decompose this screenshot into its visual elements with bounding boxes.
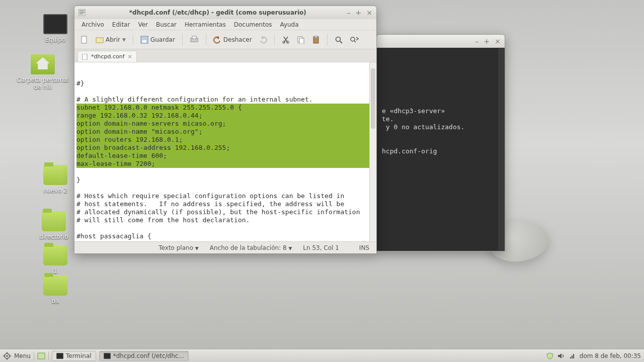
- editor-scrollbar[interactable]: [369, 62, 376, 241]
- svg-rect-27: [38, 353, 45, 359]
- terminal-titlebar[interactable]: – + ×: [377, 35, 505, 48]
- gear-icon[interactable]: [3, 352, 11, 360]
- desktop-icon-directorio[interactable]: directorio: [26, 211, 82, 240]
- desktop-icon-label: Carpeta personal de hill: [15, 76, 70, 91]
- svg-rect-31: [572, 355, 573, 358]
- show-desktop-button[interactable]: [37, 352, 45, 359]
- gedit-statusbar: Texto plano ▼ Ancho de la tabulación: 8 …: [74, 241, 376, 253]
- house-icon: [31, 54, 55, 74]
- paste-button[interactable]: [309, 34, 323, 46]
- svg-rect-2: [79, 12, 85, 13]
- menu-buscar[interactable]: Buscar: [153, 20, 180, 29]
- gedit-menubar[interactable]: ArchivoEditarVerBuscarHerramientasDocume…: [74, 19, 376, 30]
- desktop-icon-label: 1: [28, 267, 83, 275]
- menu-ver[interactable]: Ver: [135, 20, 151, 29]
- menu-documentos[interactable]: Documentos: [231, 20, 275, 29]
- svg-line-17: [340, 41, 342, 43]
- terminal-scrollbar[interactable]: [498, 48, 504, 250]
- document-icon: [82, 54, 88, 60]
- gedit-tab[interactable]: *dhcpd.conf ×: [77, 51, 137, 62]
- shield-icon[interactable]: [546, 352, 553, 359]
- svg-rect-30: [570, 357, 571, 358]
- svg-rect-28: [56, 353, 63, 359]
- desktop-icon-ba[interactable]: ba: [28, 276, 83, 305]
- gedit-toolbar: Abrir▼ Guardar Deshacer: [74, 30, 376, 49]
- terminal-window[interactable]: – + × e «dhcp3-server» te. y 0 no actual…: [376, 34, 505, 251]
- svg-rect-9: [192, 36, 196, 39]
- taskbar-item[interactable]: *dhcpd.conf (/etc/dhc...: [99, 351, 189, 361]
- taskbar-item[interactable]: Terminal: [52, 351, 96, 361]
- tabwidth-selector[interactable]: Ancho de la tabulación: 8 ▼: [210, 244, 292, 251]
- chevron-down-icon: ▼: [195, 246, 199, 251]
- network-icon[interactable]: [569, 352, 576, 359]
- gedit-window[interactable]: *dhcpd.conf (/etc/dhcp) - gedit (como su…: [74, 6, 377, 254]
- svg-rect-15: [314, 36, 317, 38]
- monitor-icon: [43, 14, 67, 34]
- desktop-icon-label: directorio: [26, 233, 82, 240]
- gedit-editor[interactable]: #} # A slightly different configuration …: [74, 62, 376, 241]
- svg-point-18: [351, 37, 355, 41]
- cursor-position: Ln 53, Col 1: [303, 244, 339, 251]
- svg-rect-1: [79, 11, 85, 11]
- volume-icon[interactable]: [557, 352, 565, 359]
- menu-ayuda[interactable]: Ayuda: [277, 20, 301, 29]
- gedit-title: *dhcpd.conf (/etc/dhcp) - gedit (como su…: [89, 9, 347, 16]
- window-icon: [104, 353, 111, 359]
- tab-close-icon[interactable]: ×: [128, 53, 132, 60]
- svg-rect-3: [79, 14, 83, 14]
- desktop-icon-label: ba: [28, 298, 83, 305]
- folder-icon: [43, 276, 67, 296]
- undo-button[interactable]: Deshacer: [210, 34, 255, 46]
- system-tray: dom 8 de feb, 00:35: [546, 352, 641, 359]
- minimize-button[interactable]: –: [475, 37, 479, 45]
- new-file-button[interactable]: [77, 34, 92, 46]
- gedit-titlebar[interactable]: *dhcpd.conf (/etc/dhcp) - gedit (como su…: [74, 6, 376, 19]
- scrollbar-thumb[interactable]: [371, 68, 375, 129]
- terminal-body[interactable]: e «dhcp3-server» te. y 0 no actualizados…: [377, 48, 505, 251]
- desktop-icon-carpeta-personal-de-hill[interactable]: Carpeta personal de hill: [15, 54, 70, 91]
- svg-rect-5: [96, 38, 103, 43]
- menu-archivo[interactable]: Archivo: [78, 20, 107, 29]
- taskbar: Menu Terminal*dhcpd.conf (/etc/dhc... do…: [0, 349, 644, 362]
- svg-point-22: [6, 355, 8, 357]
- redo-button[interactable]: [256, 34, 270, 46]
- folder-icon: [43, 165, 67, 185]
- search-replace-button[interactable]: [347, 34, 362, 46]
- gedit-tabstrip: *dhcpd.conf ×: [74, 49, 376, 62]
- clock[interactable]: dom 8 de feb, 00:35: [580, 352, 641, 359]
- menu-button[interactable]: Menu: [14, 352, 31, 359]
- save-button[interactable]: Guardar: [137, 34, 178, 46]
- open-button[interactable]: Abrir▼: [93, 34, 129, 46]
- insert-mode: INS: [359, 244, 369, 251]
- svg-rect-32: [573, 354, 574, 358]
- svg-point-16: [336, 37, 340, 41]
- svg-rect-13: [299, 38, 304, 44]
- maximize-button[interactable]: +: [356, 9, 362, 17]
- close-button[interactable]: ×: [495, 37, 501, 45]
- window-icon: [56, 353, 63, 359]
- folder-icon: [43, 245, 67, 265]
- minimize-button[interactable]: –: [347, 9, 351, 17]
- svg-rect-20: [83, 54, 87, 60]
- search-button[interactable]: [332, 34, 346, 46]
- print-button[interactable]: [187, 34, 202, 46]
- menu-herramientas[interactable]: Herramientas: [182, 20, 229, 29]
- tab-label: *dhcpd.conf: [91, 53, 125, 60]
- copy-button[interactable]: [294, 34, 308, 46]
- folder-icon: [42, 211, 66, 231]
- syntax-selector[interactable]: Texto plano ▼: [158, 244, 198, 251]
- svg-rect-7: [142, 40, 146, 43]
- chevron-down-icon: ▼: [288, 246, 292, 251]
- close-button[interactable]: ×: [366, 9, 372, 17]
- svg-line-19: [354, 41, 356, 42]
- menu-editar[interactable]: Editar: [109, 20, 133, 29]
- gedit-app-icon: [78, 9, 86, 16]
- svg-rect-29: [104, 353, 111, 359]
- cut-button[interactable]: [279, 34, 293, 46]
- svg-rect-4: [82, 36, 87, 43]
- chevron-down-icon: ▼: [122, 37, 126, 42]
- maximize-button[interactable]: +: [484, 37, 490, 45]
